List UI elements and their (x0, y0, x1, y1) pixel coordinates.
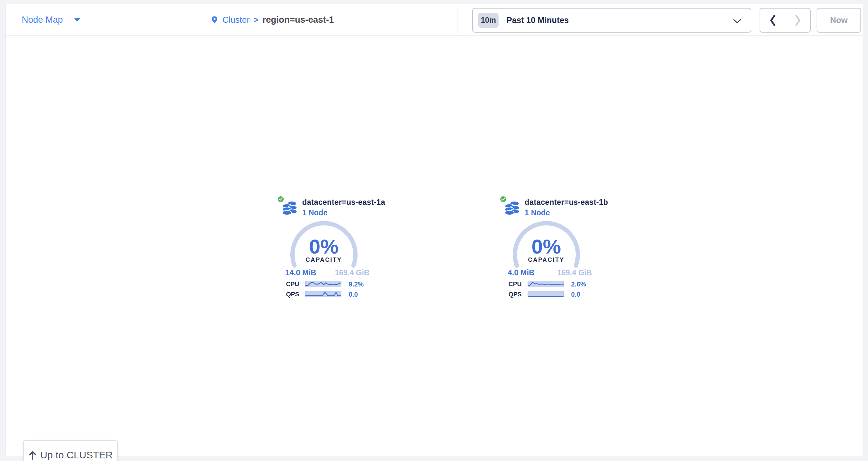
cpu-sparkline (305, 281, 341, 287)
locality-node-count: 1 Node (525, 208, 550, 217)
capacity-values-row: 4.0 MiB 169.4 GiB (508, 268, 592, 277)
cpu-sparkline (528, 281, 564, 287)
database-stack-icon (504, 201, 520, 216)
time-nav-group (760, 8, 811, 33)
cpu-value: 9.2% (349, 281, 364, 288)
capacity-used: 14.0 MiB (285, 268, 316, 277)
capacity-caption: CAPACITY (280, 257, 367, 263)
locality-node-count: 1 Node (302, 208, 328, 217)
locality-card-us-east-1a[interactable]: datacenter=us-east-1a 1 Node 0% CAPACITY… (280, 194, 370, 303)
view-selector-label: Node Map (22, 15, 63, 25)
qps-sparkline (528, 291, 564, 297)
time-range-badge: 10m (478, 13, 499, 28)
cpu-metric-row: CPU 9.2% (280, 281, 370, 288)
up-to-cluster-button[interactable]: Up to CLUSTER (23, 440, 118, 461)
locality-card-us-east-1b[interactable]: datacenter=us-east-1b 1 Node 0% CAPACITY… (502, 194, 592, 303)
cpu-label: CPU (280, 281, 299, 288)
breadcrumb-cluster-link[interactable]: Cluster (222, 15, 249, 25)
breadcrumb: Cluster > region=us-east-1 (211, 4, 334, 36)
breadcrumb-separator: > (253, 15, 258, 25)
chevron-left-icon (770, 14, 776, 27)
capacity-used: 4.0 MiB (508, 268, 534, 277)
arrow-up-icon (28, 450, 37, 460)
cpu-metric-row: CPU 2.6% (502, 281, 592, 288)
chevron-right-icon (795, 14, 801, 27)
node-map-panel: Node Map Cluster > region=us-east-1 10m … (5, 4, 863, 455)
capacity-caption: CAPACITY (502, 257, 590, 263)
capacity-percent: 0% (280, 235, 367, 258)
node-map-canvas: datacenter=us-east-1a 1 Node 0% CAPACITY… (6, 36, 863, 456)
capacity-percent: 0% (502, 235, 590, 258)
location-pin-icon (211, 14, 218, 25)
capacity-values-row: 14.0 MiB 169.4 GiB (285, 268, 369, 277)
locality-title: datacenter=us-east-1a (302, 198, 385, 207)
time-range-dropdown[interactable]: 10m Past 10 Minutes (472, 8, 751, 33)
time-back-button[interactable] (760, 8, 785, 32)
locality-title: datacenter=us-east-1b (525, 198, 608, 207)
now-button[interactable]: Now (816, 8, 861, 33)
capacity-total: 169.4 GiB (335, 268, 369, 277)
header-divider (457, 6, 457, 33)
cpu-value: 2.6% (571, 281, 586, 288)
chevron-down-icon (74, 18, 80, 22)
capacity-total: 169.4 GiB (557, 268, 592, 277)
view-selector-dropdown[interactable]: Node Map (22, 4, 80, 36)
chevron-down-icon (733, 19, 741, 24)
qps-sparkline (305, 291, 341, 297)
up-to-cluster-label: Up to CLUSTER (40, 450, 113, 461)
database-stack-icon (282, 201, 298, 216)
qps-value: 0.0 (349, 291, 358, 298)
qps-value: 0.0 (571, 291, 580, 298)
qps-label: QPS (502, 291, 522, 298)
healthy-check-icon (277, 196, 284, 203)
qps-metric-row: QPS 0.0 (502, 291, 592, 298)
time-range-label: Past 10 Minutes (506, 15, 569, 25)
breadcrumb-current: region=us-east-1 (262, 15, 334, 25)
healthy-check-icon (500, 196, 507, 203)
qps-metric-row: QPS 0.0 (280, 291, 370, 298)
header-bar: Node Map Cluster > region=us-east-1 10m … (6, 4, 863, 36)
time-forward-button[interactable] (785, 8, 810, 32)
qps-label: QPS (280, 291, 299, 298)
cpu-label: CPU (502, 281, 522, 288)
